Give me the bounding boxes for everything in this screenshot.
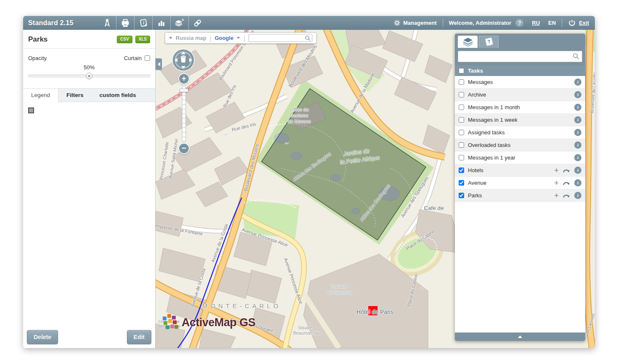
layer-row[interactable]: Hotels+i — [455, 164, 585, 177]
layer-checkbox[interactable] — [459, 130, 464, 135]
layer-checkbox[interactable] — [459, 92, 464, 97]
layer-row[interactable]: Archivei — [455, 89, 585, 101]
zoom-slider[interactable] — [182, 86, 186, 141]
info-icon[interactable]: i — [574, 129, 581, 136]
export-csv-button[interactable]: CSV — [117, 36, 132, 43]
tab-layers[interactable] — [458, 36, 478, 48]
chevron-down-icon[interactable] — [169, 37, 172, 39]
journal-icon[interactable]: i — [134, 16, 152, 30]
logo-tile — [172, 316, 176, 319]
search-icon[interactable] — [573, 53, 579, 60]
add-object-icon[interactable]: + — [554, 193, 559, 199]
chart-icon[interactable] — [152, 16, 170, 30]
management-label: Management — [403, 20, 436, 26]
layers-icon — [462, 37, 474, 47]
layer-row[interactable]: Overloaded tasksi — [455, 139, 585, 152]
layer-checkbox[interactable] — [459, 193, 464, 198]
gear-icon — [394, 20, 400, 26]
chevron-up-icon — [518, 335, 522, 338]
basemap-toolbar: Russia map | Google | — [165, 32, 317, 44]
layer-row[interactable]: Messages in 1 monthi — [455, 101, 585, 114]
tab-legend[interactable]: Legend — [23, 89, 58, 102]
link-icon[interactable] — [188, 16, 206, 30]
layer-checkbox[interactable] — [459, 142, 464, 148]
info-icon[interactable]: i — [574, 79, 581, 86]
zoom-slider-handle[interactable] — [180, 89, 188, 92]
logo-tile — [163, 317, 166, 320]
opacity-slider[interactable] — [28, 73, 150, 80]
print-icon[interactable] — [116, 16, 134, 30]
pan-control[interactable] — [172, 48, 195, 73]
layer-search-input[interactable] — [458, 51, 582, 62]
layer-row[interactable]: Messages in 1 yeari — [455, 152, 585, 164]
curtain-label: Curtain — [124, 55, 142, 61]
measure-tool-icon[interactable] — [98, 16, 116, 30]
activemap-logo: ActiveMap GS — [162, 314, 256, 331]
map-canvas[interactable]: Boulevard Princesse CharlotteRue des Iri… — [156, 30, 595, 348]
collapse-panel-button[interactable] — [156, 58, 162, 70]
hotel-marker[interactable] — [368, 306, 378, 315]
redo-arrow-icon[interactable] — [563, 167, 570, 174]
export-xls-button[interactable]: XLS — [135, 36, 150, 43]
layer-list: MessagesiArchiveiMessages in 1 monthiMes… — [455, 76, 585, 333]
layer-checkbox[interactable] — [459, 180, 464, 186]
power-icon — [568, 19, 576, 27]
layer-label: Messages in 1 week — [468, 117, 518, 123]
legend-swatch — [28, 107, 34, 113]
panel-collapse-bar[interactable] — [455, 333, 585, 341]
opacity-value: 50% — [23, 64, 155, 71]
layer-row[interactable]: Avenue+i — [455, 177, 585, 189]
layer-title: Parks — [28, 35, 48, 44]
layer-label: Messages — [468, 79, 493, 85]
layer-checkbox[interactable] — [459, 168, 464, 173]
layer-row[interactable]: Messagesi — [455, 76, 585, 89]
redo-arrow-icon[interactable] — [563, 192, 570, 199]
layer-checkbox[interactable] — [459, 79, 464, 85]
curtain-checkbox[interactable] — [145, 55, 150, 61]
logo-tile — [164, 321, 167, 325]
info-icon[interactable]: i — [574, 179, 581, 186]
logo-tile — [173, 320, 177, 324]
layer-row[interactable]: Parks+i — [455, 189, 585, 202]
info-icon[interactable]: i — [574, 167, 581, 174]
layer-label: Parks — [468, 192, 482, 199]
info-icon[interactable]: i — [574, 91, 581, 98]
layer-checkbox[interactable] — [459, 117, 464, 123]
layer-label: Overloaded tasks — [468, 142, 510, 148]
redo-arrow-icon[interactable] — [563, 180, 570, 186]
layer-checkbox[interactable] — [459, 155, 464, 160]
exit-button[interactable]: Exit — [568, 19, 589, 27]
add-object-icon[interactable]: + — [554, 180, 559, 186]
info-icon[interactable]: i — [574, 192, 581, 199]
management-button[interactable]: Management — [394, 20, 436, 26]
zoom-out-button[interactable]: − — [178, 143, 190, 154]
opacity-label: Opacity — [28, 55, 47, 61]
zoom-in-button[interactable]: + — [178, 73, 190, 84]
tab-custom-fields[interactable]: custom fields — [92, 89, 144, 102]
info-icon[interactable]: i — [574, 104, 581, 111]
layer-checkbox[interactable] — [459, 105, 464, 110]
edit-button[interactable]: Edit — [127, 330, 151, 344]
lang-en-button[interactable]: EN — [548, 20, 556, 26]
opacity-slider-handle[interactable] — [86, 73, 92, 79]
tasks-group-checkbox[interactable] — [459, 68, 464, 73]
help-button[interactable]: ? — [515, 19, 523, 27]
layer-row[interactable]: Messages in 1 weeki — [455, 114, 585, 126]
info-icon[interactable]: i — [574, 154, 581, 161]
add-layer-icon[interactable]: + — [170, 16, 188, 30]
add-object-icon[interactable]: + — [554, 168, 559, 173]
svg-text:i: i — [143, 20, 145, 25]
lang-ru-button[interactable]: RU — [532, 20, 540, 26]
info-icon[interactable]: i — [574, 116, 581, 123]
basemap-secondary-select[interactable]: Google — [215, 35, 234, 41]
tab-tasks[interactable]: ? — [479, 36, 499, 48]
info-icon[interactable]: i — [574, 141, 581, 149]
layer-row[interactable]: Assigned tasksi — [455, 126, 585, 139]
chevron-left-icon — [158, 62, 160, 66]
basemap-primary-select[interactable]: Russia map — [176, 35, 206, 41]
map-search-input[interactable] — [249, 34, 312, 42]
delete-button[interactable]: Delete — [27, 330, 58, 344]
search-icon[interactable] — [305, 35, 311, 41]
tab-filters[interactable]: Filters — [58, 89, 92, 102]
chevron-down-icon[interactable] — [237, 37, 240, 39]
